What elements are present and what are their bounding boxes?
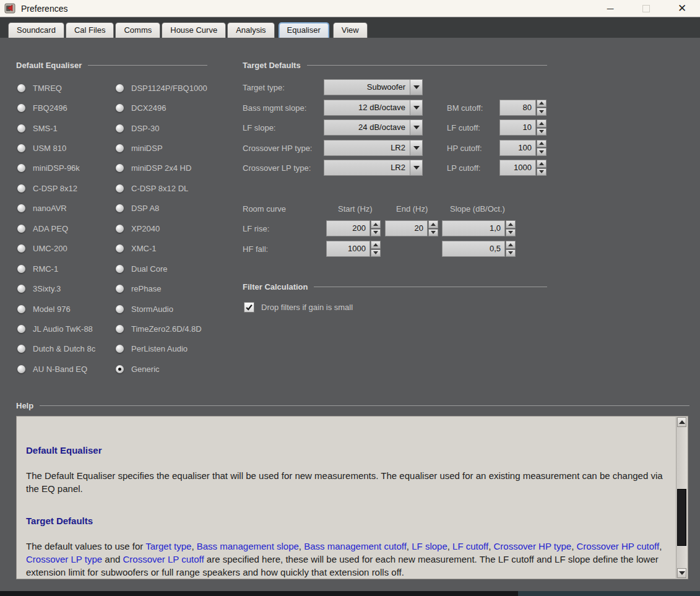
bm-cutoff-spinner-value[interactable]: 80 bbox=[499, 100, 536, 116]
lf-cutoff-spinner[interactable]: 10 bbox=[499, 119, 547, 136]
lf-rise-start-spinner[interactable]: 200 bbox=[326, 220, 381, 236]
tab-analysis[interactable]: Analysis bbox=[227, 22, 274, 38]
help-link-bass-management-cutoff[interactable]: Bass management cutoff bbox=[304, 541, 407, 551]
hf-fall-start-spinner-increment-button[interactable] bbox=[371, 241, 381, 249]
help-link-crossover-hp-type[interactable]: Crossover HP type bbox=[494, 541, 572, 551]
tab-equaliser[interactable]: Equaliser bbox=[279, 22, 329, 38]
radio-option-tmreq[interactable]: TMREQ bbox=[17, 78, 116, 98]
radio-option-3sixty-3[interactable]: 3Sixty.3 bbox=[17, 279, 116, 298]
bass-mgmt-slope-dropdown[interactable]: 12 dB/octave bbox=[324, 100, 423, 116]
tab-comms[interactable]: Comms bbox=[115, 22, 160, 38]
radio-option-c-dsp-8x12-dl[interactable]: C-DSP 8x12 DL bbox=[116, 178, 258, 198]
lf-rise-start-spinner-increment-button[interactable] bbox=[371, 220, 381, 228]
radio-option-usm-810[interactable]: USM 810 bbox=[17, 138, 116, 158]
radio-option-minidsp-96k[interactable]: miniDSP-96k bbox=[17, 158, 116, 178]
help-link-bass-management-slope[interactable]: Bass management slope bbox=[197, 541, 299, 551]
lf-rise-start-spinner-value[interactable]: 200 bbox=[326, 220, 370, 236]
help-link-crossover-hp-cutoff[interactable]: Crossover HP cutoff bbox=[576, 541, 659, 551]
hf-fall-slope-spinner-increment-button[interactable] bbox=[506, 241, 516, 249]
target-type-dropdown-open-button[interactable] bbox=[410, 80, 422, 95]
lf-rise-end-spinner-value[interactable]: 20 bbox=[385, 220, 428, 236]
radio-option-dutch-dutch-8c[interactable]: Dutch & Dutch 8c bbox=[17, 339, 116, 359]
radio-option-dsp-30[interactable]: DSP-30 bbox=[116, 118, 258, 138]
hf-fall-slope-spinner-value[interactable]: 0,5 bbox=[442, 241, 505, 257]
lf-cutoff-spinner-value[interactable]: 10 bbox=[499, 119, 536, 136]
lf-rise-end-spinner-decrement-button[interactable] bbox=[428, 229, 438, 237]
lf-slope-dropdown[interactable]: 24 dB/octave bbox=[324, 119, 423, 136]
hf-fall-start-spinner-decrement-button[interactable] bbox=[371, 249, 381, 257]
lf-rise-slope-spinner-increment-button[interactable] bbox=[506, 220, 516, 228]
radio-option-au-n-band-eq[interactable]: AU N-Band EQ bbox=[17, 359, 116, 379]
radio-option-dsp1124p-fbq1000[interactable]: DSP1124P/FBQ1000 bbox=[116, 78, 258, 98]
lp-cutoff-spinner[interactable]: 1000 bbox=[499, 160, 547, 176]
bass-mgmt-slope-dropdown-open-button[interactable] bbox=[410, 100, 422, 115]
help-link-lf-slope[interactable]: LF slope bbox=[412, 541, 447, 551]
radio-option-dsp-a8[interactable]: DSP A8 bbox=[116, 199, 258, 218]
radio-option-timezero2-6d-4-8d[interactable]: TimeZero2.6D/4.8D bbox=[116, 319, 258, 339]
lf-cutoff-spinner-increment-button[interactable] bbox=[537, 119, 547, 127]
radio-option-c-dsp-8x12[interactable]: C-DSP 8x12 bbox=[17, 178, 116, 198]
radio-option-nanoavr[interactable]: nanoAVR bbox=[17, 199, 116, 218]
radio-option-fbq2496[interactable]: FBQ2496 bbox=[17, 98, 116, 118]
help-link-crossover-lp-type[interactable]: Crossover LP type bbox=[26, 554, 102, 564]
crossover-lp-type-dropdown-open-button[interactable] bbox=[410, 160, 422, 175]
radio-option-xmc-1[interactable]: XMC-1 bbox=[116, 239, 258, 259]
radio-option-ada-peq[interactable]: ADA PEQ bbox=[17, 218, 116, 238]
lf-rise-start-spinner-decrement-button[interactable] bbox=[371, 229, 381, 237]
hf-fall-slope-spinner-decrement-button[interactable] bbox=[506, 249, 516, 257]
scrollbar-thumb[interactable] bbox=[677, 489, 686, 546]
tab-cal-files[interactable]: Cal Files bbox=[66, 22, 115, 38]
radio-option-sms-1[interactable]: SMS-1 bbox=[17, 118, 116, 138]
lp-cutoff-spinner-decrement-button[interactable] bbox=[537, 168, 547, 176]
crossover-lp-type-dropdown[interactable]: LR2 bbox=[324, 160, 423, 176]
crossover-hp-type-dropdown[interactable]: LR2 bbox=[324, 140, 423, 156]
bm-cutoff-spinner-decrement-button[interactable] bbox=[537, 108, 547, 116]
tab-house-curve[interactable]: House Curve bbox=[162, 22, 226, 38]
lf-cutoff-spinner-decrement-button[interactable] bbox=[537, 128, 547, 136]
help-link-target-type[interactable]: Target type bbox=[145, 541, 191, 551]
hf-fall-slope-spinner[interactable]: 0,5 bbox=[442, 241, 516, 257]
tab-soundcard[interactable]: Soundcard bbox=[8, 22, 64, 38]
lf-rise-slope-spinner-value[interactable]: 1,0 bbox=[442, 220, 505, 236]
target-type-dropdown[interactable]: Subwoofer bbox=[324, 79, 423, 95]
help-scrollbar[interactable] bbox=[676, 417, 687, 578]
close-button[interactable]: ✕ bbox=[664, 0, 700, 17]
hp-cutoff-spinner[interactable]: 100 bbox=[499, 140, 547, 156]
drop-filters-checkbox[interactable] bbox=[244, 302, 254, 313]
radio-option-rephase[interactable]: rePhase bbox=[116, 279, 258, 298]
radio-option-umc-200[interactable]: UMC-200 bbox=[17, 239, 116, 259]
radio-option-jl-audio-twk-88[interactable]: JL Audio TwK-88 bbox=[17, 319, 116, 339]
radio-option-model-976[interactable]: Model 976 bbox=[17, 299, 116, 319]
radio-option-perlisten-audio[interactable]: PerListen Audio bbox=[116, 339, 258, 359]
scroll-up-button[interactable] bbox=[677, 417, 686, 427]
hp-cutoff-spinner-value[interactable]: 100 bbox=[499, 140, 536, 156]
lp-cutoff-spinner-value[interactable]: 1000 bbox=[499, 160, 536, 176]
scroll-down-button[interactable] bbox=[677, 568, 686, 578]
hp-cutoff-spinner-decrement-button[interactable] bbox=[537, 148, 547, 156]
radio-option-minidsp[interactable]: miniDSP bbox=[116, 138, 258, 158]
help-link-lf-cutoff[interactable]: LF cutoff bbox=[452, 541, 488, 551]
hf-fall-start-spinner-value[interactable]: 1000 bbox=[326, 241, 370, 257]
tab-view[interactable]: View bbox=[333, 22, 368, 38]
radio-option-xp2040[interactable]: XP2040 bbox=[116, 218, 258, 238]
maximize-button[interactable] bbox=[628, 0, 664, 17]
lf-rise-slope-spinner[interactable]: 1,0 bbox=[442, 220, 516, 236]
radio-option-minidsp-2x4-hd[interactable]: miniDSP 2x4 HD bbox=[116, 158, 258, 178]
lp-cutoff-spinner-increment-button[interactable] bbox=[537, 160, 547, 168]
bm-cutoff-spinner-increment-button[interactable] bbox=[537, 100, 547, 108]
hp-cutoff-spinner-increment-button[interactable] bbox=[537, 140, 547, 148]
minimize-button[interactable]: ─ bbox=[592, 0, 628, 17]
radio-option-dcx2496[interactable]: DCX2496 bbox=[116, 98, 258, 118]
help-link-crossover-lp-cutoff[interactable]: Crossover LP cutoff bbox=[123, 554, 204, 564]
radio-option-stormaudio[interactable]: StormAudio bbox=[116, 299, 258, 319]
lf-rise-end-spinner-increment-button[interactable] bbox=[428, 220, 438, 228]
radio-option-dual-core[interactable]: Dual Core bbox=[116, 259, 258, 279]
lf-rise-slope-spinner-decrement-button[interactable] bbox=[506, 229, 516, 237]
radio-option-generic[interactable]: Generic bbox=[116, 359, 258, 379]
crossover-hp-type-dropdown-open-button[interactable] bbox=[410, 140, 422, 155]
hf-fall-start-spinner[interactable]: 1000 bbox=[326, 241, 381, 257]
radio-option-rmc-1[interactable]: RMC-1 bbox=[17, 259, 116, 279]
lf-slope-dropdown-open-button[interactable] bbox=[410, 120, 422, 135]
bm-cutoff-spinner[interactable]: 80 bbox=[499, 100, 547, 116]
lf-rise-end-spinner[interactable]: 20 bbox=[385, 220, 438, 236]
